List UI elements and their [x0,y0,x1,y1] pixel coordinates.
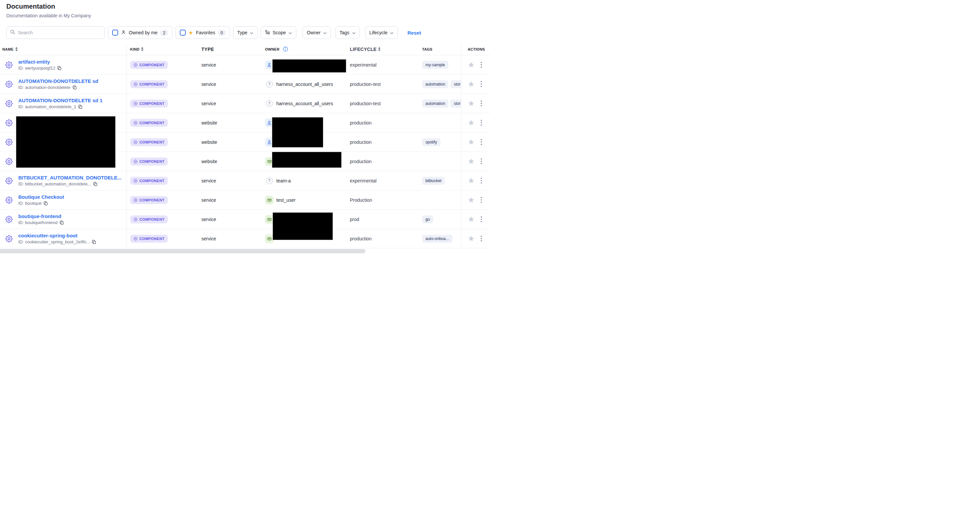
tags-cell: my-sample [422,61,461,69]
favorite-star-button[interactable] [468,138,475,145]
name-cell: AUTOMATION-DONOTDELETE sd 1 ID: automati… [0,97,126,109]
favorites-filter[interactable]: ★ Favorites 0 [175,26,230,39]
more-actions-button[interactable] [480,138,483,146]
entity-name-link[interactable]: cookiecutter-spring-boot [18,233,96,239]
more-actions-button[interactable] [480,235,483,243]
entity-name-link[interactable]: artifact-entity [18,59,62,65]
favorite-star-button[interactable] [468,158,475,165]
more-actions-button[interactable] [480,215,483,223]
kind-cell: COMPONENT [126,100,201,108]
tag-chip: automation [422,100,449,108]
sort-icon[interactable] [15,47,18,51]
entity-gear-icon [5,119,13,127]
column-header-kind[interactable]: KIND [126,47,201,51]
table-row: AUTOMATION-DONOTDELETE sd 1 ID: automati… [0,94,490,113]
more-actions-button[interactable] [480,61,483,69]
favorite-star-button[interactable] [468,235,475,242]
copy-icon[interactable] [93,182,97,186]
name-cell: boutique-frontend ID: boutiquefrontend [0,213,126,225]
more-actions-button[interactable] [480,80,483,88]
entity-name-link[interactable]: boutique-frontend [18,213,64,219]
favorite-star-button[interactable] [468,81,475,87]
favorite-star-button[interactable] [468,100,475,107]
owned-by-me-checkbox[interactable] [112,30,118,36]
kind-cell: COMPONENT [126,235,201,243]
scope-filter-label: Scope [273,30,286,35]
search-box[interactable] [6,26,105,39]
tags-cell: auto-onboa... [422,235,461,243]
table-row: boutique-frontend ID: boutiquefrontend C… [0,210,490,229]
lifecycle-value: experimental [350,62,422,68]
actions-cell [461,80,490,88]
kind-cell: COMPONENT [126,196,201,204]
copy-icon[interactable] [44,201,48,205]
entity-name-link[interactable]: BITBUCKET_AUTOMATION_DONOTDELE... [18,175,121,180]
favorite-star-button[interactable] [468,177,475,184]
lifecycle-value: production [350,140,422,145]
page-subtitle: Documentation available in My Company [6,13,91,18]
lifecycle-value: production [350,120,422,126]
more-actions-button[interactable] [480,100,483,108]
favorite-star-button[interactable] [468,119,475,126]
favorites-checkbox[interactable] [180,30,186,36]
copy-icon[interactable] [73,85,77,89]
star-icon: ★ [188,30,193,36]
tag-chip: stor [450,100,461,108]
person-icon [121,30,126,36]
entity-id: ID: cookiecutter_spring_boot_2e9fc... [18,239,96,244]
tag-chip: go [422,215,433,223]
chevron-down-icon [250,30,253,35]
kind-chip: COMPONENT [130,235,168,243]
lifecycle-value: production-test [350,81,422,87]
table-row: Boutique Checkout ID: boutique COMPONENT… [0,191,490,210]
more-actions-button[interactable] [480,119,483,127]
copy-icon[interactable] [92,240,96,244]
table-row: artifact-entity ID: wertyuiopoigf12 COMP… [0,55,490,75]
kind-cell: COMPONENT [126,119,201,127]
sort-icon[interactable] [378,47,380,51]
tag-chip: stor [450,80,461,88]
more-actions-button[interactable] [480,177,483,185]
entity-name-link[interactable]: Boutique Checkout [18,194,64,200]
owned-by-me-filter[interactable]: Owned by me 2 [108,26,172,39]
copy-icon[interactable] [57,66,62,70]
table-header-row: NAME KIND TYPE OWNER LIFECYCLE TAGS ACTI… [0,43,490,55]
copy-icon[interactable] [60,220,64,225]
reset-button[interactable]: Reset [407,30,421,36]
column-header-name[interactable]: NAME [0,47,126,51]
sort-icon[interactable] [141,47,143,51]
column-header-tags: TAGS [422,47,461,51]
info-icon[interactable] [283,47,288,52]
page-header: Documentation Documentation available in… [6,3,91,18]
horizontal-scrollbar-thumb[interactable] [0,249,366,253]
entity-name-link[interactable]: AUTOMATION-DONOTDELETE sd [18,78,98,84]
owner-name: harness_account_all_users [276,101,333,106]
type-filter-dropdown[interactable]: Type [233,26,258,39]
more-actions-button[interactable] [480,196,483,204]
column-header-lifecycle[interactable]: LIFECYCLE [350,47,422,52]
type-value: website [201,159,263,164]
tags-cell: spotify [422,138,461,146]
lifecycle-filter-dropdown[interactable]: Lifecycle [365,26,398,39]
owner-unknown-icon: ? [265,80,274,89]
owned-by-me-label: Owned by me [129,30,158,35]
favorite-star-button[interactable] [468,61,475,68]
scope-filter-dropdown[interactable]: Scope [261,26,296,39]
more-actions-button[interactable] [480,157,483,165]
copy-icon[interactable] [78,105,83,109]
entity-name-link[interactable]: AUTOMATION-DONOTDELETE sd 1 [18,97,103,103]
favorites-count-badge: 0 [218,30,225,36]
column-header-type: TYPE [201,47,263,52]
chevron-down-icon [289,30,292,35]
name-cell: AUTOMATION-DONOTDELETE sd ID: automation… [0,78,126,90]
table-row: AUTOMATION-DONOTDELETE sd ID: automation… [0,75,490,94]
tags-filter-dropdown[interactable]: Tags [335,26,360,39]
chevron-down-icon [390,30,393,35]
entity-gear-icon [5,235,13,242]
favorite-star-button[interactable] [468,216,475,223]
lifecycle-value: Production [350,197,422,203]
owner-filter-dropdown[interactable]: Owner [302,26,331,39]
search-input[interactable] [18,30,101,35]
kind-chip: COMPONENT [130,215,168,223]
favorite-star-button[interactable] [468,196,475,204]
